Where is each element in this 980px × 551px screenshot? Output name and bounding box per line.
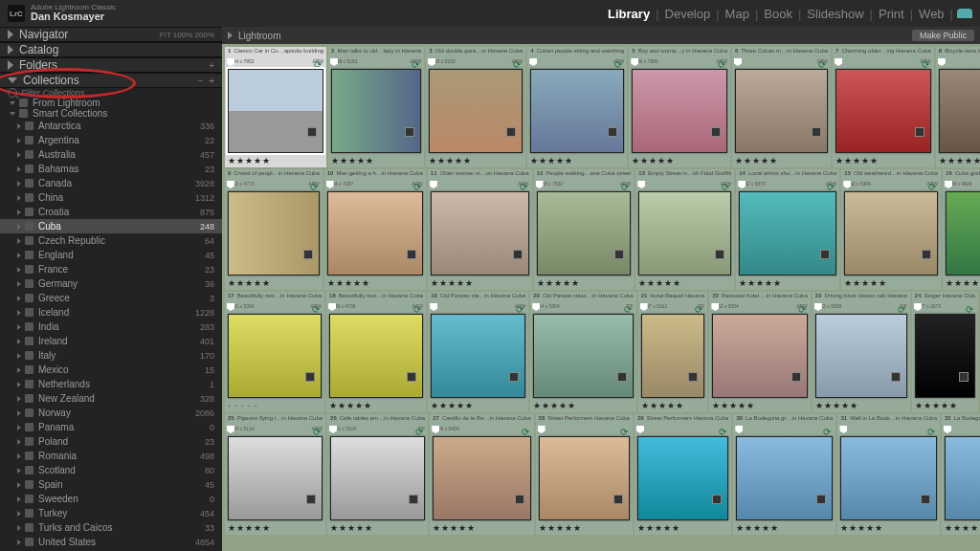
- thumbnail-image[interactable]: [641, 314, 705, 398]
- thumbnail-cell[interactable]: 10Man getting a h…in Havana Cuba4864 x 7…: [324, 169, 426, 290]
- star-rating[interactable]: ★★★★★: [837, 523, 940, 535]
- star-rating[interactable]: ★★★★★: [813, 401, 910, 412]
- thumbnail-cell[interactable]: 5Boy and woma…y in Havana Cuba5236 x 785…: [629, 47, 730, 167]
- metadata-badge[interactable]: [959, 372, 969, 382]
- star-rating[interactable]: ★★★★★: [426, 156, 525, 167]
- collections-header[interactable]: Collections − +: [0, 73, 222, 88]
- star-rating[interactable]: · · · · ·: [225, 401, 324, 412]
- metadata-badge[interactable]: [820, 250, 830, 259]
- thumbnail-cell[interactable]: 28Street Performers Havana Cuba⟳★★★★★: [536, 414, 633, 535]
- thumbnail-cell[interactable]: 6Three Cuban m…in Havana CubaARW⟳★★★★★: [732, 47, 831, 167]
- make-public-button[interactable]: Make Public: [912, 30, 974, 41]
- collection-item[interactable]: New Zealand328: [0, 391, 222, 406]
- thumbnail-cell[interactable]: 8Bicycle taxis in p…in Havana CubaARW⟳★★…: [936, 47, 980, 167]
- star-rating[interactable]: ★★★★★: [534, 278, 635, 290]
- metadata-badge[interactable]: [509, 372, 519, 382]
- folders-add-icon[interactable]: +: [209, 60, 214, 71]
- metadata-badge[interactable]: [305, 372, 315, 382]
- thumbnail-cell[interactable]: 27Castillo de la Re…in Havana Cuba5409 x…: [430, 414, 533, 535]
- thumbnail-image[interactable]: [946, 191, 980, 276]
- metadata-badge[interactable]: [921, 495, 930, 504]
- collection-item[interactable]: Antarctica336: [0, 119, 222, 133]
- metadata-badge[interactable]: [405, 127, 414, 137]
- thumbnail-image[interactable]: [537, 191, 632, 276]
- thumbnail-image[interactable]: [433, 436, 530, 520]
- star-rating[interactable]: ★★★★★: [732, 156, 831, 167]
- module-library[interactable]: Library: [602, 7, 656, 21]
- metadata-badge[interactable]: [303, 250, 313, 259]
- collection-item[interactable]: Sweeden0: [0, 492, 222, 506]
- thumbnail-image[interactable]: [736, 436, 833, 520]
- thumbnail-cell[interactable]: 25Pigeons flying i…in Havana Cuba5104 x …: [225, 414, 325, 535]
- thumbnail-image[interactable]: [945, 436, 980, 520]
- collection-item[interactable]: Turks and Caicos33: [0, 520, 222, 535]
- thumbnail-cell[interactable]: 24Singer Havana Club3677 x 2673⟳★★★★★: [912, 292, 978, 412]
- thumbnail-image[interactable]: [228, 314, 322, 398]
- thumbnail-cell[interactable]: 4Cuban people sitting and watchingARW⟳★★…: [527, 47, 627, 167]
- star-rating[interactable]: ★★★★★: [327, 523, 428, 535]
- star-rating[interactable]: ★★★★★: [629, 156, 730, 167]
- metadata-badge[interactable]: [711, 127, 721, 137]
- collection-item[interactable]: Poland23: [0, 434, 222, 449]
- star-rating[interactable]: ★★★★★: [536, 523, 633, 535]
- navigator-zoom[interactable]: FIT 100% 200%: [160, 31, 214, 39]
- thumbnail-cell[interactable]: 13Empty Street in…ith Fidal GraffitiARW⟳…: [635, 169, 734, 290]
- star-rating[interactable]: ★★★★★: [943, 278, 980, 290]
- thumbnail-cell[interactable]: 16Cuba graffiti on an old house wall7239…: [943, 169, 980, 290]
- collection-item[interactable]: Panama0: [0, 420, 222, 434]
- metadata-badge[interactable]: [506, 127, 516, 137]
- metadata-badge[interactable]: [617, 372, 627, 382]
- thumbnail-image[interactable]: [712, 314, 807, 398]
- metadata-badge[interactable]: [613, 495, 623, 504]
- thumbnail-cell[interactable]: 31Wall in La Bode…in Havana Cuba⟳★★★★★: [837, 414, 940, 535]
- metadata-badge[interactable]: [922, 250, 931, 259]
- navigator-header[interactable]: Navigator FIT 100% 200%: [0, 27, 222, 42]
- star-rating[interactable]: ★★★★★: [225, 156, 326, 167]
- metadata-badge[interactable]: [409, 495, 418, 504]
- collection-item[interactable]: Cuba248: [0, 219, 222, 233]
- thumbnail-cell[interactable]: 20Old Parada class…in Havana Cuba5304 x …: [530, 292, 635, 412]
- collection-item[interactable]: Romania498: [0, 449, 222, 463]
- from-lightroom-collection[interactable]: From Lightroom: [0, 98, 222, 108]
- collection-item[interactable]: Iceland1228: [0, 305, 222, 320]
- metadata-badge[interactable]: [407, 250, 416, 259]
- thumbnail-image[interactable]: [327, 191, 423, 276]
- thumbnail-image[interactable]: [735, 69, 828, 153]
- thumbnail-cell[interactable]: 30La Bodeguita gr…in Havana Cuba⟳★★★★★: [733, 414, 835, 535]
- collection-item[interactable]: England45: [0, 248, 222, 262]
- thumbnail-image[interactable]: [939, 69, 980, 153]
- star-rating[interactable]: ★★★★★: [225, 278, 323, 290]
- thumbnail-cell[interactable]: 17Beautifully rest…in Havana Cuba7952 x …: [225, 292, 324, 412]
- thumbnail-image[interactable]: [637, 436, 728, 520]
- metadata-badge[interactable]: [915, 127, 924, 137]
- thumbnail-image[interactable]: [228, 436, 323, 520]
- cloud-sync-icon[interactable]: [957, 9, 972, 18]
- thumbnail-cell[interactable]: 29Street Performers Havana Cuba⟳★★★★★: [635, 414, 731, 535]
- collection-item[interactable]: Australia457: [0, 147, 222, 162]
- collection-item[interactable]: Scotland80: [0, 463, 222, 477]
- module-book[interactable]: Book: [758, 7, 798, 21]
- star-rating[interactable]: ★★★★★: [736, 278, 839, 290]
- collection-item[interactable]: United States4854: [0, 535, 222, 549]
- metadata-badge[interactable]: [306, 495, 316, 504]
- collection-item[interactable]: China1312: [0, 190, 222, 205]
- collection-item[interactable]: Ireland401: [0, 334, 222, 348]
- collections-filter[interactable]: [0, 88, 222, 98]
- collection-item[interactable]: Greece3: [0, 291, 222, 305]
- collection-item[interactable]: Bahamas23: [0, 162, 222, 176]
- thumbnail-image[interactable]: [329, 314, 423, 398]
- star-rating[interactable]: ★★★★★: [936, 156, 980, 167]
- star-rating[interactable]: ★★★★★: [530, 401, 635, 412]
- metadata-badge[interactable]: [307, 127, 317, 137]
- collection-item[interactable]: India283: [0, 320, 222, 334]
- metadata-badge[interactable]: [614, 250, 624, 259]
- folders-header[interactable]: Folders +: [0, 57, 222, 73]
- metadata-badge[interactable]: [816, 495, 826, 504]
- star-rating[interactable]: ★★★★★: [430, 523, 533, 535]
- collection-item[interactable]: Netherlands1: [0, 377, 222, 391]
- star-rating[interactable]: ★★★★★: [324, 278, 426, 290]
- metadata-badge[interactable]: [608, 127, 617, 137]
- thumbnail-image[interactable]: [331, 69, 421, 153]
- star-rating[interactable]: ★★★★★: [635, 523, 731, 535]
- thumbnail-image[interactable]: [835, 69, 931, 153]
